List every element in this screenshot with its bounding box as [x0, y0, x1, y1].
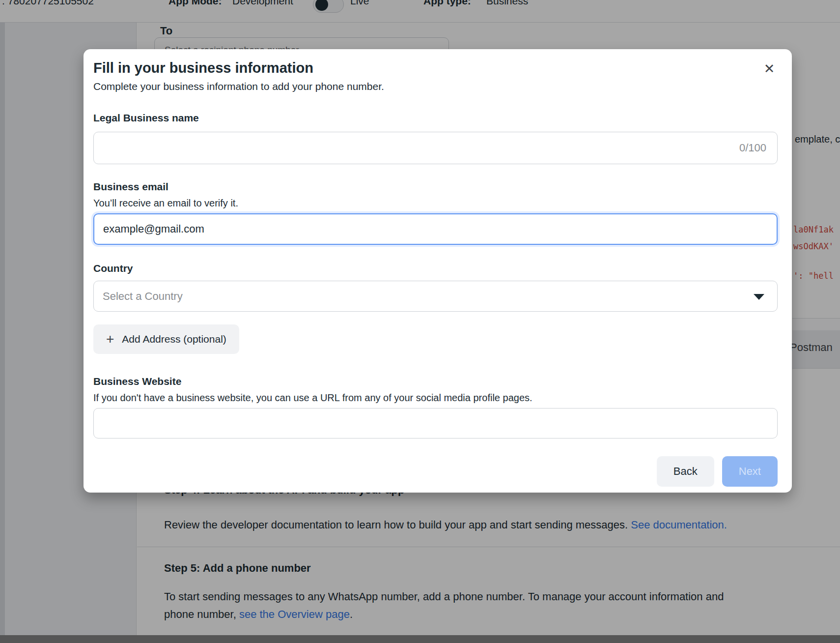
- website-input[interactable]: [93, 408, 778, 438]
- business-email-field-wrap: [93, 213, 778, 245]
- country-label: Country: [93, 263, 133, 274]
- website-field-wrap: [93, 408, 778, 438]
- back-button[interactable]: Back: [657, 456, 714, 487]
- country-select[interactable]: Select a Country: [93, 281, 778, 312]
- add-address-label: Add Address (optional): [122, 333, 226, 345]
- legal-name-field-wrap: 0/100: [93, 132, 778, 164]
- legal-name-input[interactable]: [93, 132, 778, 164]
- plus-icon: +: [106, 332, 114, 346]
- chevron-down-icon: [754, 293, 764, 299]
- business-email-helper: You’ll receive an email to verify it.: [93, 198, 238, 209]
- website-label: Business Website: [93, 376, 181, 387]
- website-helper: If you don't have a business website, yo…: [93, 392, 532, 404]
- dialog-actions: Back Next: [657, 456, 778, 487]
- country-placeholder: Select a Country: [103, 290, 183, 303]
- next-button[interactable]: Next: [722, 456, 778, 487]
- dialog-title: Fill in your business information: [93, 60, 313, 76]
- char-counter: 0/100: [739, 142, 766, 154]
- add-address-button[interactable]: + Add Address (optional): [93, 324, 239, 354]
- dialog-subtitle: Complete your business information to ad…: [93, 81, 384, 92]
- business-info-dialog: Fill in your business information ✕ Comp…: [84, 49, 792, 493]
- business-email-label: Business email: [93, 181, 168, 193]
- business-email-input[interactable]: [93, 213, 778, 245]
- close-icon[interactable]: ✕: [758, 58, 780, 80]
- screen: . 780207725105502 App Mode: Development …: [0, 0, 840, 643]
- legal-name-label: Legal Business name: [93, 112, 199, 124]
